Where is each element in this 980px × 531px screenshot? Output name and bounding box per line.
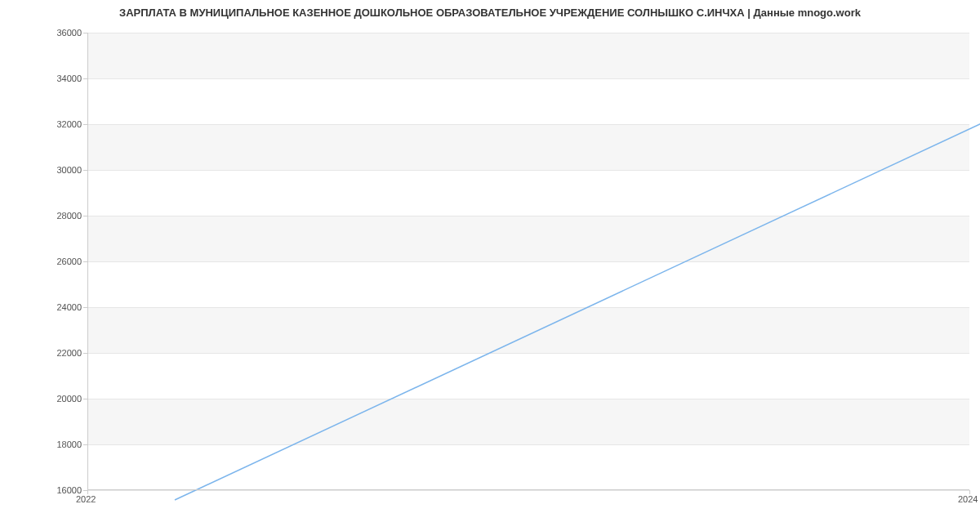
y-tickmark [83, 170, 87, 171]
y-tickmark [83, 307, 87, 308]
y-tick-label: 20000 [0, 394, 82, 404]
y-tickmark [83, 124, 87, 125]
y-tick-label: 36000 [0, 28, 82, 38]
x-tick-label: 2022 [76, 494, 96, 504]
y-tick-label: 22000 [0, 348, 82, 358]
y-tickmark [83, 261, 87, 262]
chart-title: ЗАРПЛАТА В МУНИЦИПАЛЬНОЕ КАЗЕННОЕ ДОШКОЛ… [0, 7, 980, 19]
y-tick-label: 30000 [0, 165, 82, 175]
chart-container: ЗАРПЛАТА В МУНИЦИПАЛЬНОЕ КАЗЕННОЕ ДОШКОЛ… [0, 0, 980, 531]
y-tick-label: 28000 [0, 211, 82, 221]
y-tick-label: 24000 [0, 302, 82, 312]
y-tick-label: 32000 [0, 119, 82, 129]
y-axis-line [87, 33, 88, 490]
y-tickmark [83, 353, 87, 354]
x-axis-line [87, 489, 969, 490]
y-tickmark [83, 444, 87, 445]
y-tick-label: 18000 [0, 440, 82, 449]
y-tickmark [83, 78, 87, 79]
line-series [175, 65, 980, 523]
y-tick-label: 16000 [0, 485, 82, 495]
plot-area [87, 33, 969, 490]
y-tickmark [83, 399, 87, 399]
y-tick-label: 34000 [0, 74, 82, 83]
y-tickmark [83, 33, 87, 33]
y-gridline [87, 33, 969, 33]
y-tickmark [83, 216, 87, 216]
y-tick-label: 26000 [0, 257, 82, 266]
x-tick-label: 2024 [958, 494, 978, 504]
